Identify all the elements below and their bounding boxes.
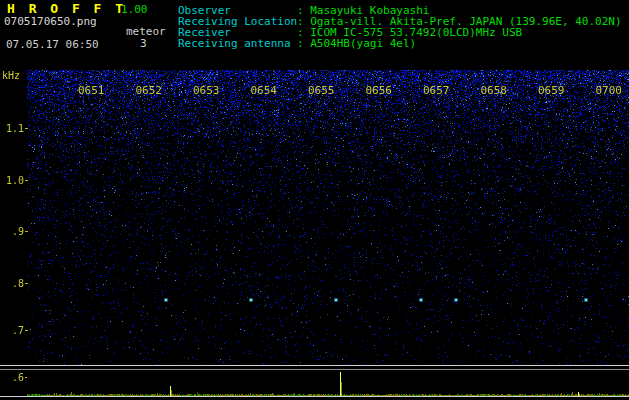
app-version: 1.00 bbox=[121, 3, 148, 16]
separator-line-top bbox=[0, 365, 629, 366]
meteor-count: 3 bbox=[140, 37, 147, 50]
time-label-0656: 0656 bbox=[366, 84, 393, 97]
time-label-0654: 0654 bbox=[251, 84, 278, 97]
separator-line-bottom bbox=[0, 396, 629, 397]
time-label-0651: 0651 bbox=[78, 84, 105, 97]
separator-line-mid bbox=[0, 369, 629, 370]
time-label-0652: 0652 bbox=[136, 84, 163, 97]
freq-label-.6: .6 bbox=[0, 372, 24, 383]
time-label-0657: 0657 bbox=[423, 84, 450, 97]
time-label-0658: 0658 bbox=[481, 84, 508, 97]
freq-label-.7: .7 bbox=[0, 325, 24, 336]
info-label: Receiving antenna bbox=[178, 38, 297, 49]
info-value: : A504HB(yagi 4el) bbox=[297, 38, 416, 49]
time-label-0655: 0655 bbox=[308, 84, 335, 97]
freq-label-1.1: 1.1 bbox=[0, 123, 24, 134]
freq-label-.8: .8 bbox=[0, 278, 24, 289]
time-label-0700: 0700 bbox=[596, 84, 623, 97]
freq-tick bbox=[25, 231, 28, 232]
freq-tick bbox=[25, 330, 28, 331]
app-title: H R O F F T bbox=[7, 1, 126, 16]
station-info-block: Observer: Masayuki KobayashiReceiving Lo… bbox=[178, 5, 622, 49]
freq-tick bbox=[25, 180, 28, 181]
freq-axis-unit: kHz bbox=[0, 70, 24, 81]
freq-tick bbox=[25, 128, 28, 129]
freq-tick bbox=[25, 283, 28, 284]
freq-label-.9: .9 bbox=[0, 226, 24, 237]
signal-level-strip-canvas bbox=[27, 371, 629, 396]
observation-datetime: 07.05.17 06:50 bbox=[6, 38, 99, 51]
time-label-0653: 0653 bbox=[193, 84, 220, 97]
spectrogram-canvas bbox=[27, 70, 629, 365]
hrofft-output-window: H R O F F T 1.00 0705170650.png meteor 3… bbox=[0, 0, 629, 400]
output-filename: 0705170650.png bbox=[4, 15, 97, 28]
freq-label-1.0: 1.0 bbox=[0, 175, 24, 186]
station-info-row: Receiving antenna: A504HB(yagi 4el) bbox=[178, 38, 622, 49]
time-label-0659: 0659 bbox=[538, 84, 565, 97]
